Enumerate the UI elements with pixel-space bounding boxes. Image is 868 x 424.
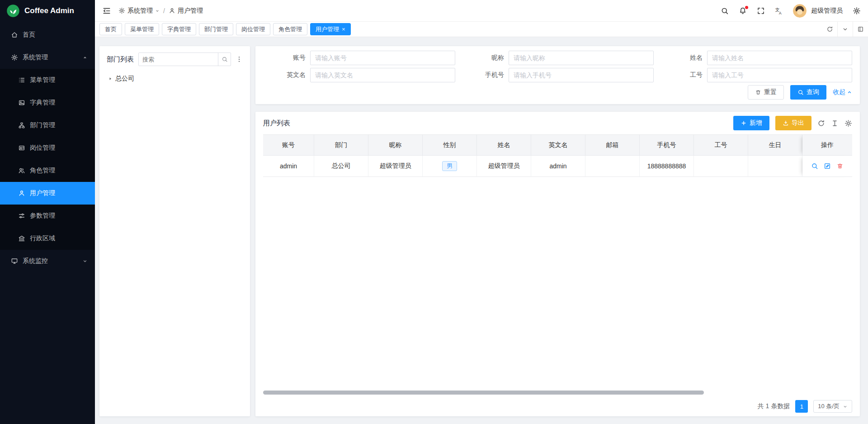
layout-icon[interactable] — [853, 22, 868, 37]
add-user-button[interactable]: 新增 — [733, 116, 769, 130]
table-row: admin 总公司 超级管理员 男 超级管理员 admin 1888888888… — [263, 156, 852, 177]
job-number-label: 工号 — [660, 71, 707, 79]
export-button[interactable]: 导出 — [775, 116, 811, 130]
sidebar-item-dict-management[interactable]: 字典管理 — [0, 91, 95, 114]
column-header: 生日 — [748, 134, 802, 156]
view-icon[interactable] — [811, 162, 818, 170]
horizontal-scrollbar[interactable] — [263, 391, 852, 395]
breadcrumb-separator: / — [163, 7, 165, 14]
roles-icon — [18, 167, 25, 174]
dictionary-icon — [18, 99, 25, 106]
refresh-icon[interactable] — [817, 119, 825, 127]
cell-phone: 18888888888 — [640, 156, 694, 177]
sidebar-item-role-management[interactable]: 角色管理 — [0, 159, 95, 182]
phone-input[interactable] — [509, 68, 654, 82]
home-icon — [11, 31, 18, 38]
name-input[interactable] — [707, 51, 852, 65]
clear-icon — [755, 89, 761, 95]
search-icon[interactable] — [218, 53, 231, 66]
download-icon — [783, 120, 789, 126]
nickname-label: 昵称 — [462, 54, 509, 62]
id-badge-icon — [18, 144, 25, 152]
name-label: 姓名 — [660, 54, 707, 62]
tab-dict-management[interactable]: 字典管理 — [162, 23, 196, 35]
gear-icon[interactable] — [853, 7, 861, 15]
job-number-input[interactable] — [707, 68, 852, 82]
sidebar-item-menu-management[interactable]: 菜单管理 — [0, 69, 95, 91]
column-header: 邮箱 — [585, 134, 640, 156]
page-number-button[interactable]: 1 — [795, 400, 808, 413]
column-settings-icon[interactable] — [831, 119, 839, 127]
sidebar-item-label: 参数管理 — [30, 212, 55, 220]
tab-actions — [822, 22, 868, 37]
sidebar-item-region-management[interactable]: 行政区域 — [0, 227, 95, 250]
tab-post-management[interactable]: 岗位管理 — [236, 23, 270, 35]
caret-right-icon[interactable] — [108, 76, 113, 81]
tab-menu-management[interactable]: 菜单管理 — [125, 23, 159, 35]
chevron-up-icon — [847, 90, 852, 95]
tree-node-label: 总公司 — [115, 75, 134, 83]
tab-home[interactable]: 首页 — [99, 23, 122, 35]
english-name-input[interactable] — [310, 68, 455, 82]
collapse-toggle[interactable]: 收起 — [833, 88, 852, 96]
fullscreen-icon[interactable] — [757, 7, 765, 15]
department-search-input[interactable] — [139, 53, 218, 66]
nickname-input[interactable] — [509, 51, 654, 65]
current-user-name[interactable]: 超级管理员 — [811, 7, 843, 15]
table-header-row: 账号 部门 昵称 性别 姓名 英文名 邮箱 手机号 工号 生日 操作 — [263, 134, 852, 156]
sidebar-item-system-monitor[interactable]: 系统监控 — [0, 250, 95, 272]
coffee-logo-icon — [6, 4, 20, 18]
sidebar-menu: 首页 系统管理 菜单管理 字典管理 部门管理 — [0, 22, 95, 424]
more-options-icon[interactable] — [236, 56, 243, 63]
caret-up-icon — [82, 55, 88, 60]
tab-dept-management[interactable]: 部门管理 — [199, 23, 233, 35]
account-input[interactable] — [310, 51, 455, 65]
app-logo[interactable]: Coffee Admin — [0, 0, 95, 22]
user-search-form: 账号 昵称 姓名 英文名 — [255, 46, 860, 104]
sidebar-item-label: 岗位管理 — [30, 144, 55, 152]
tree-node-head-office[interactable]: 总公司 — [107, 72, 243, 85]
content-area: 部门列表 总公司 — [95, 37, 868, 424]
close-icon[interactable]: × — [342, 26, 345, 32]
reset-button[interactable]: 重置 — [748, 85, 784, 100]
sidebar-item-param-management[interactable]: 参数管理 — [0, 205, 95, 227]
user-avatar[interactable] — [793, 4, 807, 18]
department-tree: 总公司 — [107, 72, 243, 85]
sidebar-item-label: 首页 — [23, 31, 35, 39]
notification-bell-icon[interactable] — [739, 7, 747, 15]
sidebar-item-label: 部门管理 — [30, 121, 55, 129]
app-title: Coffee Admin — [24, 6, 74, 15]
query-button[interactable]: 查询 — [790, 85, 826, 100]
sidebar-item-system-management[interactable]: 系统管理 — [0, 46, 95, 69]
cell-department: 总公司 — [314, 156, 368, 177]
scrollbar-thumb[interactable] — [263, 391, 704, 395]
user-icon — [18, 190, 25, 197]
sidebar-item-label: 字典管理 — [30, 99, 55, 107]
translate-icon[interactable]: 文A — [775, 7, 783, 15]
org-tree-icon — [18, 122, 25, 129]
tab-role-management[interactable]: 角色管理 — [273, 23, 307, 35]
sidebar-item-dept-management[interactable]: 部门管理 — [0, 114, 95, 137]
breadcrumb-section[interactable]: 系统管理 — [118, 7, 160, 15]
column-header: 英文名 — [531, 134, 585, 156]
sidebar-item-label: 系统管理 — [23, 53, 48, 62]
sidebar-item-label: 行政区域 — [30, 234, 55, 243]
sidebar-collapse-button[interactable] — [102, 6, 111, 15]
account-label: 账号 — [263, 54, 310, 62]
tab-user-management[interactable]: 用户管理 × — [310, 23, 351, 35]
chevron-down-icon[interactable] — [837, 22, 853, 37]
sidebar-item-user-management[interactable]: 用户管理 — [0, 182, 95, 205]
edit-icon[interactable] — [824, 162, 831, 170]
refresh-icon[interactable] — [822, 22, 837, 37]
sidebar-item-post-management[interactable]: 岗位管理 — [0, 137, 95, 159]
page-size-select[interactable]: 10 条/页 — [813, 400, 852, 413]
search-icon[interactable] — [721, 7, 729, 15]
gear-icon[interactable] — [844, 119, 852, 127]
cell-actions — [802, 156, 852, 177]
delete-icon[interactable] — [836, 162, 844, 170]
sidebar-item-home[interactable]: 首页 — [0, 24, 95, 46]
user-list-title: 用户列表 — [263, 119, 290, 128]
sidebar-submenu-system: 菜单管理 字典管理 部门管理 岗位管理 角色管理 — [0, 69, 95, 250]
building-icon — [18, 235, 25, 242]
column-header: 工号 — [694, 134, 748, 156]
